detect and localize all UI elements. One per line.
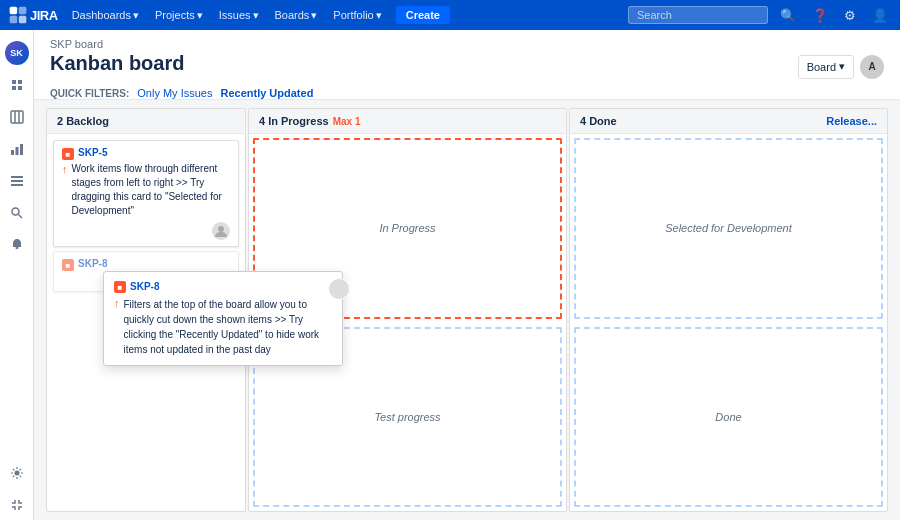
rail-gear[interactable] [2, 458, 32, 488]
tooltip-issue-icon: ■ [114, 281, 126, 293]
content-area: SKP board Kanban board Board ▾ A QUICK F… [34, 30, 900, 520]
svg-rect-19 [15, 247, 18, 249]
priority-icon: ↑ [114, 297, 120, 309]
card-footer [62, 222, 230, 240]
done-column-body: Selected for Development Done [570, 134, 887, 511]
backlog-column-header: 2 Backlog [47, 109, 245, 134]
svg-point-21 [218, 226, 224, 232]
svg-rect-11 [11, 150, 14, 155]
card-assignee-avatar [212, 222, 230, 240]
svg-point-20 [14, 471, 19, 476]
recently-updated-filter[interactable]: Recently Updated [220, 87, 313, 99]
done-swimlane: Done [574, 327, 883, 508]
priority-icon: ↑ [62, 162, 68, 177]
board-view-button[interactable]: Board ▾ [798, 55, 854, 79]
my-issues-filter[interactable]: Only My Issues [137, 87, 212, 99]
tooltip-header: ■ SKP-8 [114, 280, 332, 293]
tooltip-card: ■ SKP-8 ↑ Filters at the top of the boar… [103, 271, 343, 366]
card-skp5[interactable]: ■ SKP-5 ↑ Work items flow through differ… [53, 140, 239, 247]
board-body: 2 Backlog ■ SKP-5 ↑ W [34, 100, 900, 520]
board-avatar-button[interactable]: A [860, 55, 884, 79]
portfolio-menu[interactable]: Portfolio ▾ [327, 7, 387, 24]
svg-rect-15 [11, 180, 23, 182]
app-logo[interactable]: JIRA [8, 5, 58, 25]
issue-type-icon: ■ [62, 259, 74, 271]
search-input[interactable] [628, 6, 768, 24]
board-actions: Board ▾ A [798, 55, 884, 79]
tooltip-assignee-avatar [328, 278, 350, 300]
card-description: ↑ Work items flow through different stag… [62, 162, 230, 218]
svg-point-17 [12, 208, 19, 215]
rail-search[interactable] [2, 198, 32, 228]
backlog-column-body: ■ SKP-5 ↑ Work items flow through differ… [47, 134, 245, 511]
rail-notification[interactable] [2, 230, 32, 260]
card-skp8-wrapper: ■ SKP-8 ■ SKP-8 [53, 251, 239, 292]
dashboards-menu[interactable]: Dashboards ▾ [66, 7, 145, 24]
create-button[interactable]: Create [396, 6, 450, 24]
nav-search-area: 🔍 ❓ ⚙ 👤 [628, 6, 892, 25]
rail-backlog[interactable] [2, 166, 32, 196]
svg-rect-6 [12, 86, 16, 90]
selected-for-dev-swimlane: Selected for Development [574, 138, 883, 319]
svg-rect-5 [18, 80, 22, 84]
svg-rect-14 [11, 176, 23, 178]
help-icon[interactable]: ❓ [808, 6, 832, 25]
main-layout: SK SKP boar [0, 30, 900, 520]
boards-menu[interactable]: Boards ▾ [269, 7, 324, 24]
svg-rect-1 [19, 7, 27, 15]
rail-board[interactable] [2, 102, 32, 132]
card-header: ■ SKP-5 [62, 147, 230, 160]
svg-rect-0 [10, 7, 18, 15]
svg-rect-16 [11, 184, 23, 186]
top-navigation: JIRA Dashboards ▾ Projects ▾ Issues ▾ Bo… [0, 0, 900, 30]
svg-rect-3 [19, 16, 27, 24]
backlog-column: 2 Backlog ■ SKP-5 ↑ W [46, 108, 246, 512]
issue-type-icon: ■ [62, 148, 74, 160]
issues-menu[interactable]: Issues ▾ [213, 7, 265, 24]
board-toolbar: Kanban board Board ▾ A [50, 52, 884, 87]
projects-menu[interactable]: Projects ▾ [149, 7, 209, 24]
board-columns: 2 Backlog ■ SKP-5 ↑ W [46, 108, 888, 512]
release-link[interactable]: Release... [826, 115, 877, 127]
done-column: 4 Done Release... Selected for Developme… [569, 108, 888, 512]
search-icon[interactable]: 🔍 [776, 6, 800, 25]
board-header: SKP board Kanban board Board ▾ A QUICK F… [34, 30, 900, 100]
svg-rect-8 [11, 111, 23, 123]
settings-icon[interactable]: ⚙ [840, 6, 860, 25]
in-progress-column-header: 4 In Progress Max 1 [249, 109, 566, 134]
left-rail: SK [0, 30, 34, 520]
breadcrumb: SKP board [50, 38, 884, 50]
svg-rect-2 [10, 16, 18, 24]
svg-line-18 [18, 215, 22, 219]
tooltip-body: ↑ Filters at the top of the board allow … [114, 297, 332, 357]
svg-rect-7 [18, 86, 22, 90]
svg-rect-12 [15, 147, 18, 155]
rail-avatar[interactable]: SK [2, 38, 32, 68]
quick-filters-bar: QUICK FILTERS: Only My Issues Recently U… [50, 87, 884, 99]
rail-expand[interactable] [2, 490, 32, 520]
rail-chart[interactable] [2, 134, 32, 164]
rail-home[interactable] [2, 70, 32, 100]
done-column-header: 4 Done Release... [570, 109, 887, 134]
svg-rect-13 [20, 144, 23, 155]
page-title: Kanban board [50, 52, 184, 75]
svg-rect-4 [12, 80, 16, 84]
card-header: ■ SKP-8 [62, 258, 230, 271]
user-avatar-nav[interactable]: 👤 [868, 6, 892, 25]
user-avatar: SK [5, 41, 29, 65]
